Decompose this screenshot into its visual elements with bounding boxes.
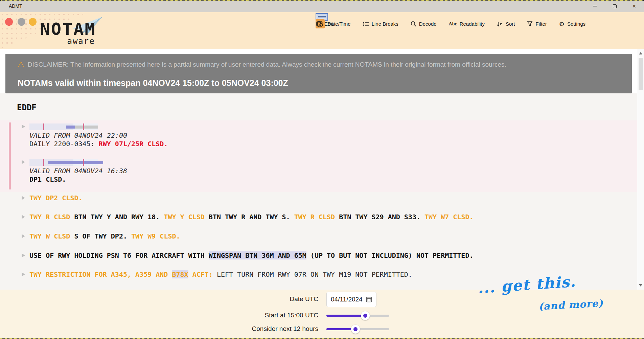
scrollbar-thumb[interactable] [639, 58, 643, 90]
window-controls: ✕ [585, 0, 644, 12]
notam-highlighted-segment: B78X [172, 270, 188, 278]
notam-text-segment: TWY W7 CLSD. [424, 213, 474, 221]
toolbar-edit-group: Edit [316, 19, 638, 28]
airport-code: EDDF [17, 103, 37, 112]
refresh-icon [316, 21, 322, 27]
logo-dot-orange [29, 18, 37, 26]
expander-icon[interactable] [22, 234, 25, 238]
expander-icon[interactable] [22, 215, 25, 219]
notam-text-segment: TWY R CLSD [29, 213, 70, 221]
notam-text-segment: TWY R CLSD [294, 213, 335, 221]
notam-text-segment: LEFT TURN FROM RWY 07R ON TWY M19 NOT PE… [217, 270, 412, 278]
notam-text-segment: ACFT: [188, 270, 217, 278]
timespan-heading: NOTAMs valid within timespan 04NOV24 15:… [18, 78, 288, 88]
close-icon: ✕ [632, 4, 636, 8]
notam-alert-segment: RWY 07L/25R CLSD. [99, 140, 168, 148]
notam-text-segment: (UP TO BUT NOT INCLUDING) NOT PERMITTED. [306, 251, 474, 259]
notam-valid-from: VALID FROM 04NOV24 16:38 [29, 167, 127, 175]
notam-entry-text: TWY RESTRICTION FOR A345, A359 AND B78X … [29, 270, 412, 278]
slider-fill [326, 315, 365, 317]
logo-subtitle: _aware [62, 37, 95, 46]
expander-icon[interactable] [22, 253, 25, 257]
timeline-active-segment [66, 126, 75, 129]
titlebar: ADMT ✕ [0, 0, 644, 12]
app-header: NOTAM _aware Date/Time [0, 12, 644, 49]
notam-viewport: ⚠ DISCLAIMER: The information presented … [0, 49, 644, 290]
logo-dot-gray [18, 18, 25, 26]
slider-thumb[interactable] [361, 311, 370, 320]
highlight-left-bar [9, 122, 11, 189]
notam-entry-text: USE OF RWY HOLDING PSN T6 FOR AIRCRAFT W… [29, 251, 473, 259]
notam-entry-row: TWY DP2 CLSD. [22, 194, 83, 202]
timeline-window-tick [43, 123, 44, 130]
notam-highlighted-segment: WINGSPAN BTN 36M AND 65M [209, 251, 306, 259]
validity-timeline-bar [29, 159, 98, 166]
notam-text-segment: USE OF RWY HOLDING PSN T6 FOR AIRCRAFT W… [29, 251, 209, 259]
footer-panel: Date UTC 04/11/2024 Start at 15:00 UTC C… [0, 290, 644, 339]
maximize-icon [613, 4, 617, 8]
toolbar-button-edit[interactable]: Edit [316, 21, 333, 27]
toolbar-label-edit: Edit [324, 21, 333, 27]
notam-text-segment: BTN TWY R AND TWY S. [205, 213, 294, 221]
disclaimer-banner: ⚠ DISCLAIMER: The information presented … [5, 54, 632, 93]
notam-entry-row: USE OF RWY HOLDING PSN T6 FOR AIRCRAFT W… [22, 251, 473, 260]
minimize-button[interactable] [585, 0, 605, 12]
date-input[interactable]: 04/11/2024 [326, 292, 376, 307]
disclaimer-text: DISCLAIMER: The information presented he… [28, 61, 506, 68]
window-title: ADMT [9, 3, 22, 9]
calendar-icon[interactable] [366, 296, 372, 302]
notam-entry-text: TWY W CLSD S OF TWY DP2. TWY W9 CLSD. [29, 232, 180, 240]
notam-text-segment: BTN TWY Y AND RWY 18. [70, 213, 164, 221]
notam-entry-row: TWY W CLSD S OF TWY DP2. TWY W9 CLSD. [22, 232, 180, 241]
notam-entry-text: TWY R CLSD BTN TWY Y AND RWY 18. TWY Y C… [29, 213, 474, 221]
highlighted-entries-group: VALID FROM 04NOV24 22:00 DAILY 2200-0345… [0, 120, 637, 192]
expander-icon[interactable] [22, 160, 25, 164]
scroll-up-icon[interactable] [639, 52, 642, 54]
timeline-window-tick [83, 123, 84, 130]
hours-label: Consider next 12 hours [252, 325, 318, 333]
validity-timeline-bar [29, 123, 98, 130]
logo-dot-red [5, 18, 13, 26]
notam-entry-row: TWY RESTRICTION FOR A345, A359 AND B78X … [22, 270, 412, 279]
scroll-down-icon[interactable] [639, 284, 642, 287]
notam-text-segment: TWY W9 CLSD. [131, 232, 180, 240]
hours-slider[interactable] [326, 328, 389, 330]
notam-list: EDDF VALID FROM 04NOV24 22:00 DAILY 2200… [0, 93, 637, 290]
minimize-icon [593, 6, 597, 6]
date-value: 04/11/2024 [331, 296, 363, 303]
timeline-window-tick [43, 159, 44, 166]
notam-entry-text: DAILY 2200-0345: RWY 07L/25R CLSD. [29, 140, 168, 148]
expander-icon[interactable] [22, 272, 25, 276]
notam-entry-text: DP1 CLSD. [29, 175, 66, 183]
warning-icon: ⚠ [18, 61, 24, 68]
logo-title: NOTAM [40, 20, 96, 38]
expander-icon[interactable] [22, 125, 25, 129]
date-utc-label: Date UTC [290, 295, 318, 303]
notam-entry-row: TWY R CLSD BTN TWY Y AND RWY 18. TWY Y C… [22, 212, 474, 221]
timeline-active-segment [48, 161, 103, 164]
app-window: ADMT ✕ NOTAM _aware [0, 0, 644, 339]
timeline-inactive-segment [75, 126, 98, 129]
timeline-window-tick [83, 159, 84, 166]
notam-text-segment: TWY RESTRICTION FOR A345, A359 AND [29, 270, 172, 278]
close-button[interactable]: ✕ [624, 0, 644, 12]
start-time-slider[interactable] [326, 315, 389, 317]
maximize-button[interactable] [605, 0, 624, 12]
notam-text-segment: S OF TWY DP2. [70, 232, 131, 240]
notam-text-segment: TWY DP2 CLSD. [29, 194, 83, 202]
notam-entry-text: TWY DP2 CLSD. [29, 194, 83, 202]
notam-text-segment: DAILY 2200-0345: [29, 140, 99, 148]
notam-text-segment: TWY W CLSD [29, 232, 70, 240]
capture-border-top [0, 0, 644, 1]
slider-thumb[interactable] [351, 325, 360, 334]
expander-icon[interactable] [22, 196, 25, 200]
notam-valid-from: VALID FROM 04NOV24 22:00 [29, 131, 127, 139]
notam-text-segment: TWY Y CLSD [164, 213, 204, 221]
start-time-label: Start at 15:00 UTC [265, 312, 318, 319]
scrollbar[interactable] [637, 49, 644, 290]
notam-text-segment: BTN TWY S29 AND S33. [335, 213, 424, 221]
